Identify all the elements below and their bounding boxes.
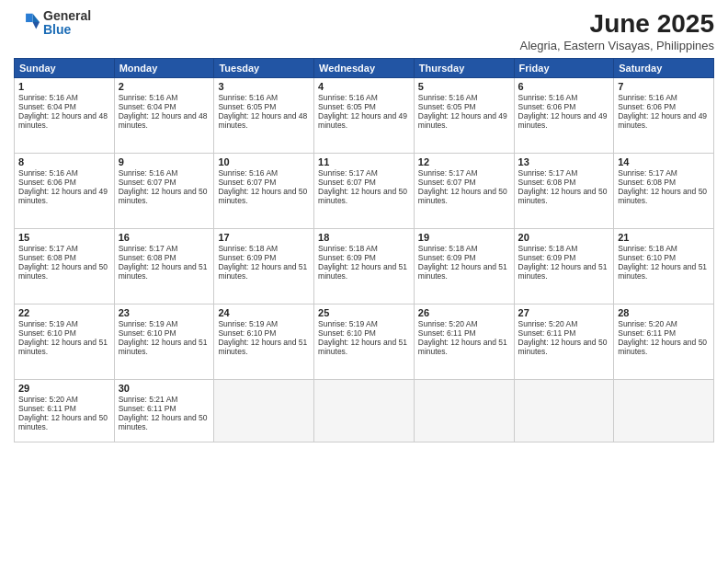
week-row-5: 29Sunrise: 5:20 AMSunset: 6:11 PMDayligh… [15,380,714,442]
logo-general-text: General [43,9,91,23]
day-number: 26 [418,307,510,318]
cell-info: Sunset: 6:07 PM [119,178,210,187]
cell-info: Sunrise: 5:20 AM [618,319,710,328]
day-number: 11 [318,156,410,167]
svg-marker-2 [26,14,32,22]
cell-info: Sunrise: 5:18 AM [418,244,510,253]
cell-info: Sunset: 6:09 PM [318,253,410,262]
cell-info: Sunrise: 5:19 AM [119,319,210,328]
table-row: 16Sunrise: 5:17 AMSunset: 6:08 PMDayligh… [114,229,214,304]
table-row [614,380,714,442]
cell-info: Daylight: 12 hours and 50 minutes. [119,413,210,431]
cell-info: Sunrise: 5:19 AM [18,319,110,328]
cell-info: Daylight: 12 hours and 51 minutes. [318,262,410,281]
logo-icon [14,10,40,36]
cell-info: Sunset: 6:09 PM [518,253,610,262]
cell-info: Sunset: 6:10 PM [119,328,210,338]
table-row: 25Sunrise: 5:19 AMSunset: 6:10 PMDayligh… [314,304,415,380]
month-title: June 2025 [520,9,715,39]
table-row: 7Sunrise: 5:16 AMSunset: 6:06 PMDaylight… [614,78,714,154]
table-row: 18Sunrise: 5:18 AMSunset: 6:09 PMDayligh… [314,229,415,304]
day-number: 1 [18,81,110,92]
day-number: 28 [618,307,710,318]
cell-info: Sunrise: 5:16 AM [218,168,310,178]
day-number: 18 [318,232,410,243]
week-row-4: 22Sunrise: 5:19 AMSunset: 6:10 PMDayligh… [15,304,714,380]
table-row [514,380,614,442]
cell-info: Sunrise: 5:17 AM [18,244,110,253]
cell-info: Sunrise: 5:18 AM [518,244,610,253]
week-row-2: 8Sunrise: 5:16 AMSunset: 6:06 PMDaylight… [15,154,714,229]
cell-info: Sunrise: 5:20 AM [518,319,610,328]
day-number: 19 [418,232,510,243]
cell-info: Sunset: 6:04 PM [18,102,110,111]
logo: General Blue [14,9,91,38]
day-number: 22 [18,307,110,318]
cell-info: Sunrise: 5:16 AM [119,93,210,102]
cell-info: Daylight: 12 hours and 49 minutes. [418,111,510,130]
cell-info: Sunset: 6:11 PM [18,404,110,413]
cell-info: Sunrise: 5:16 AM [318,93,410,102]
cell-info: Daylight: 12 hours and 48 minutes. [18,111,110,130]
table-row: 6Sunrise: 5:16 AMSunset: 6:06 PMDaylight… [514,78,614,154]
cell-info: Daylight: 12 hours and 51 minutes. [518,262,610,281]
cell-info: Sunrise: 5:17 AM [518,168,610,178]
cell-info: Sunset: 6:11 PM [518,328,610,338]
table-row: 17Sunrise: 5:18 AMSunset: 6:09 PMDayligh… [214,229,314,304]
day-number: 17 [218,232,310,243]
table-row: 30Sunrise: 5:21 AMSunset: 6:11 PMDayligh… [114,380,214,442]
table-row: 5Sunrise: 5:16 AMSunset: 6:05 PMDaylight… [414,78,514,154]
table-row: 21Sunrise: 5:18 AMSunset: 6:10 PMDayligh… [614,229,714,304]
svg-marker-1 [33,22,40,29]
cell-info: Daylight: 12 hours and 50 minutes. [618,187,710,205]
cell-info: Daylight: 12 hours and 49 minutes. [18,187,110,205]
cell-info: Sunrise: 5:17 AM [119,244,210,253]
day-number: 13 [518,156,610,167]
header-row: Sunday Monday Tuesday Wednesday Thursday… [15,59,714,78]
table-row: 15Sunrise: 5:17 AMSunset: 6:08 PMDayligh… [15,229,115,304]
table-row [414,380,514,442]
day-number: 3 [218,81,310,92]
day-number: 25 [318,307,410,318]
cell-info: Sunrise: 5:16 AM [518,93,610,102]
cell-info: Daylight: 12 hours and 51 minutes. [418,338,510,356]
cell-info: Sunrise: 5:16 AM [618,93,710,102]
table-row: 29Sunrise: 5:20 AMSunset: 6:11 PMDayligh… [15,380,115,442]
cell-info: Daylight: 12 hours and 50 minutes. [518,338,610,356]
cell-info: Daylight: 12 hours and 50 minutes. [18,413,110,431]
cell-info: Sunrise: 5:19 AM [318,319,410,328]
day-number: 6 [518,81,610,92]
day-number: 10 [218,156,310,167]
cell-info: Sunrise: 5:20 AM [418,319,510,328]
col-saturday: Saturday [614,59,714,78]
day-number: 14 [618,156,710,167]
cell-info: Sunset: 6:05 PM [418,102,510,111]
day-number: 9 [119,156,210,167]
cell-info: Daylight: 12 hours and 51 minutes. [218,262,310,281]
table-row: 23Sunrise: 5:19 AMSunset: 6:10 PMDayligh… [114,304,214,380]
table-row: 14Sunrise: 5:17 AMSunset: 6:08 PMDayligh… [614,154,714,229]
day-number: 24 [218,307,310,318]
cell-info: Sunset: 6:09 PM [418,253,510,262]
cell-info: Sunset: 6:07 PM [418,178,510,187]
cell-info: Sunset: 6:08 PM [119,253,210,262]
day-number: 16 [119,232,210,243]
table-row: 3Sunrise: 5:16 AMSunset: 6:05 PMDaylight… [214,78,314,154]
table-row [214,380,314,442]
calendar-table: Sunday Monday Tuesday Wednesday Thursday… [14,58,714,442]
week-row-1: 1Sunrise: 5:16 AMSunset: 6:04 PMDaylight… [15,78,714,154]
logo-text: General Blue [43,9,91,38]
table-row: 2Sunrise: 5:16 AMSunset: 6:04 PMDaylight… [114,78,214,154]
day-number: 15 [18,232,110,243]
header: General Blue June 2025 Alegria, Eastern … [14,9,714,52]
day-number: 4 [318,81,410,92]
table-row: 27Sunrise: 5:20 AMSunset: 6:11 PMDayligh… [514,304,614,380]
week-row-3: 15Sunrise: 5:17 AMSunset: 6:08 PMDayligh… [15,229,714,304]
cell-info: Daylight: 12 hours and 49 minutes. [318,111,410,130]
table-row: 26Sunrise: 5:20 AMSunset: 6:11 PMDayligh… [414,304,514,380]
table-row: 19Sunrise: 5:18 AMSunset: 6:09 PMDayligh… [414,229,514,304]
cell-info: Daylight: 12 hours and 48 minutes. [119,111,210,130]
cell-info: Daylight: 12 hours and 50 minutes. [119,187,210,205]
cell-info: Sunset: 6:06 PM [618,102,710,111]
cell-info: Sunset: 6:08 PM [18,253,110,262]
